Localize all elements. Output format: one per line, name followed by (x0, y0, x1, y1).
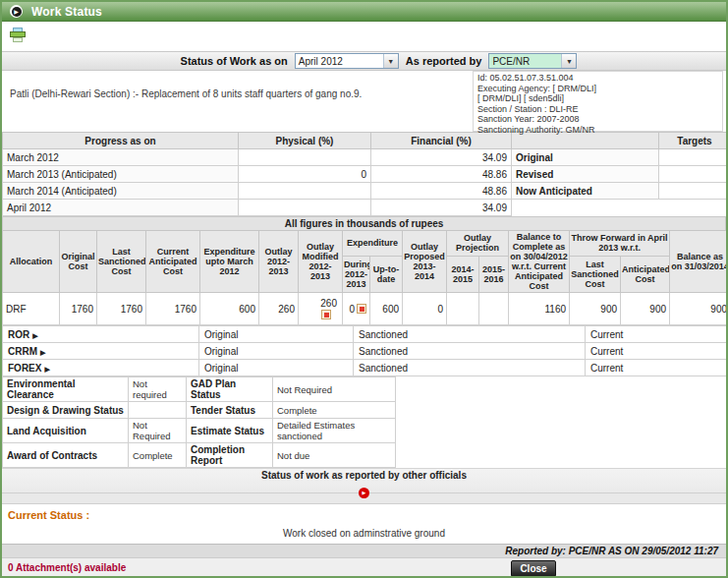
allocation-table: Allocation Original Cost Last Sanctioned… (2, 230, 728, 325)
clearance-status-table: Environmental Clearance Not required GAD… (2, 376, 396, 468)
target-label: Revised (512, 166, 659, 183)
fund-name: FOREX (8, 363, 41, 374)
expenditure-upto-march-value: 600 (200, 293, 259, 325)
group-header-expenditure: Expenditure (343, 231, 403, 257)
status-label: Completion Report (187, 443, 273, 468)
status-value: Complete (273, 402, 396, 419)
status-label: GAD Plan Status (187, 377, 273, 402)
financial-value: 34.09 (371, 149, 512, 166)
progress-header-targets: Targets (659, 133, 728, 149)
fund-name-cell[interactable]: FOREX▶ (3, 360, 199, 376)
detail-executing-agency: Executing Agency: [ DRM/DLI] (477, 84, 718, 94)
reporter-select-value: PCE/NR (492, 56, 530, 67)
table-row: Award of Contracts Complete Completion R… (3, 443, 396, 468)
current-status-label: Current Status : (2, 504, 726, 521)
red-square-note-icon[interactable] (321, 310, 331, 319)
outlay-modified-value: 260 (302, 298, 339, 309)
during-cell: 0 (343, 293, 370, 325)
progress-header-blank (512, 133, 659, 149)
balance-as-on-value: 900 (670, 293, 728, 325)
fund-name-cell[interactable]: ROR▶ (3, 326, 199, 343)
col-header-2015-2016: 2015-2016 (479, 256, 509, 292)
target-label: Now Anticipated (512, 183, 659, 200)
target-value (659, 183, 728, 200)
fund-current: Current (586, 343, 728, 360)
fund-row-forex: FOREX▶ Original Sanctioned Current (3, 360, 728, 376)
period-select[interactable]: April 2012 ▼ (295, 53, 399, 69)
current-status-text: Work closed on adminstrative ground (2, 528, 726, 539)
chevron-down-icon: ▼ (383, 54, 398, 68)
expand-officials-icon[interactable]: ▶ (359, 488, 369, 498)
current-status-section: Current Status : Work closed on adminstr… (2, 504, 726, 544)
col-header-last-sanctioned-cost: Last Sanctioned Cost (97, 231, 146, 293)
attachments-label: 0 Attachment(s) available (8, 562, 126, 573)
title-bar: ▶ Work Status (2, 2, 726, 22)
detail-section-station: Section / Station : DLI-RE (477, 104, 718, 115)
target-value (659, 149, 728, 166)
red-square-note-icon[interactable] (357, 304, 366, 314)
status-value: Detailed Estimates sanctioned (273, 419, 396, 443)
col-header-balance-as-on: Balance as on 31/03/2014 (670, 231, 728, 293)
other-officials-label: Status of work as reported by other offi… (2, 470, 726, 481)
col-header-tf-last-sanctioned: Last Sanctioned Cost (570, 256, 621, 292)
fund-original: Original (199, 343, 354, 360)
status-of-work-label: Status of Work as on (181, 55, 288, 67)
outlay-proposed-value: 0 (403, 293, 447, 325)
close-button[interactable]: Close (511, 560, 556, 577)
printer-tray (13, 37, 23, 42)
fund-sources-table: ROR▶ Original Sanctioned Current CRRM▶ O… (2, 325, 728, 376)
status-label: Tender Status (187, 402, 273, 419)
detail-sanction-year: Sanction Year: 2007-2008 (477, 114, 718, 125)
status-label: Environmental Clearance (3, 377, 129, 402)
col-header-allocation: Allocation (3, 231, 60, 293)
work-info-section: Patli (Delhi-Rewari Section) :- Replacem… (2, 71, 726, 132)
col-header-outlay-modified: Outlay Modified 2012-2013 (299, 231, 343, 293)
target-label (512, 200, 659, 216)
group-header-outlay-projection: Outlay Projection (447, 231, 509, 257)
during-value: 0 (349, 304, 355, 315)
period-select-value: April 2012 (299, 56, 343, 67)
fund-name-cell[interactable]: CRRM▶ (3, 343, 199, 360)
toolbar (2, 22, 726, 51)
col-header-up-to-date: Up-to-date (370, 256, 403, 292)
red-square (360, 307, 364, 312)
status-value: Not Required (273, 377, 396, 402)
reporter-select[interactable]: PCE/NR ▼ (488, 53, 577, 69)
progress-label: March 2012 (3, 149, 239, 166)
table-row: March 2014 (Anticipated) 48.86 Now Antic… (3, 183, 728, 200)
last-sanctioned-cost-value: 1760 (97, 293, 146, 325)
col-header-current-anticipated-cost: Current Anticipated Cost (146, 231, 200, 293)
progress-table: Progress as on Physical (%) Financial (%… (2, 132, 728, 216)
chevron-down-icon: ▼ (561, 54, 576, 68)
progress-label: March 2014 (Anticipated) (3, 183, 239, 200)
print-icon[interactable] (10, 28, 26, 42)
play-arrow-icon: ▶ (12, 7, 22, 17)
table-row: March 2013 (Anticipated) 0 48.86 Revised (3, 166, 728, 183)
physical-value: 0 (239, 166, 371, 183)
fund-name: ROR (8, 329, 29, 340)
fund-sanctioned: Sanctioned (354, 360, 586, 376)
status-value (129, 402, 187, 419)
work-status-page: ▶ Work Status Status of Work as on April… (0, 0, 728, 578)
play-circle-icon: ▶ (10, 5, 23, 18)
col-header-original-cost: Original Cost (60, 231, 97, 293)
reported-by-bar: Reported by: PCE/NR AS ON 29/05/2012 11:… (2, 544, 726, 557)
physical-value (239, 149, 371, 166)
col-header-expenditure-upto-march: Expenditure upto March 2012 (200, 231, 259, 293)
table-row: Environmental Clearance Not required GAD… (3, 377, 396, 402)
col-header-outlay-proposed: Outlay Proposed 2013-2014 (403, 231, 447, 293)
right-triangle-icon: ▶ (32, 332, 37, 339)
col-header-tf-anticipated: Anticipated Cost (621, 256, 670, 292)
table-row: March 2012 34.09 Original (3, 149, 728, 166)
outlay-value: 260 (259, 293, 299, 325)
status-label: Award of Contracts (3, 443, 129, 468)
target-value (659, 166, 728, 183)
status-value: Not due (273, 443, 396, 468)
progress-header-progress-as-on: Progress as on (3, 133, 239, 149)
fund-row-ror: ROR▶ Original Sanctioned Current (3, 326, 728, 343)
fund-sanctioned: Sanctioned (354, 326, 586, 343)
financial-value: 34.09 (371, 200, 512, 216)
red-square (324, 313, 329, 318)
col-header-during: During 2012-2013 (343, 256, 370, 292)
progress-label: March 2013 (Anticipated) (3, 166, 239, 183)
